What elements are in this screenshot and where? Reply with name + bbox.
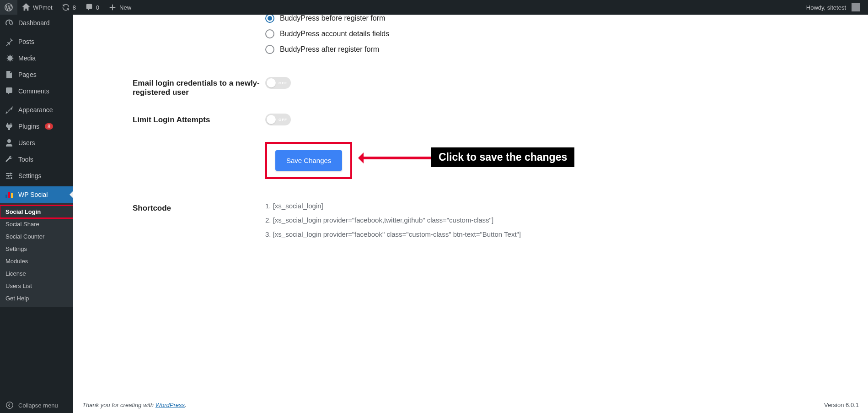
toggle-off-label: OFF <box>279 118 287 122</box>
sidebar-item-appearance[interactable]: Appearance <box>0 102 73 118</box>
footer-thanks-post: . <box>185 402 187 408</box>
shortcode-item: [xs_social_login] <box>265 202 859 210</box>
user-icon <box>5 138 14 147</box>
adminbar-new-label: New <box>119 4 131 11</box>
radio-bp-before[interactable]: BuddyPress before register form <box>265 15 859 23</box>
sidebar-item-plugins[interactable]: Plugins 8 <box>0 118 73 135</box>
wrench-icon <box>5 155 14 164</box>
adminbar-site-name: WPmet <box>33 4 53 11</box>
admin-sidebar: Dashboard Posts Media Pages Comments App… <box>0 15 73 413</box>
annotation-callout: Click to save the changes <box>431 147 574 167</box>
pin-icon <box>5 37 14 46</box>
adminbar-new[interactable]: New <box>104 0 136 15</box>
save-area: Save Changes Click to save the changes <box>265 142 859 179</box>
sidebar-label: Users <box>18 139 35 147</box>
collapse-label: Collapse menu <box>18 402 58 409</box>
sidebar-item-pages[interactable]: Pages <box>0 66 73 83</box>
submenu-modules[interactable]: Modules <box>0 255 73 267</box>
dashboard-icon <box>5 18 14 27</box>
adminbar-howdy: Howdy, sitetest <box>806 4 846 11</box>
sidebar-label: Pages <box>18 71 37 78</box>
submenu-social-login[interactable]: Social Login <box>0 206 73 218</box>
sidebar-label: Comments <box>18 87 49 95</box>
toggle-knob <box>267 115 276 124</box>
adminbar-updates-count: 8 <box>73 4 76 11</box>
adminbar-wp-logo[interactable] <box>0 0 17 15</box>
shortcode-item: [xs_social_login provider="facebook" cla… <box>265 230 859 238</box>
submenu-get-help[interactable]: Get Help <box>0 292 73 304</box>
brush-icon <box>5 105 14 114</box>
svg-point-3 <box>6 402 13 408</box>
sidebar-item-users[interactable]: Users <box>0 135 73 151</box>
svg-rect-2 <box>11 193 13 198</box>
radio-label: BuddyPress account details fields <box>280 30 389 38</box>
sidebar-label: Plugins <box>18 123 39 130</box>
submenu-settings[interactable]: Settings <box>0 243 73 255</box>
footer-thanks: Thank you for creating with WordPress. <box>82 402 187 408</box>
wpsocial-icon <box>5 190 14 199</box>
admin-bar: WPmet 8 0 New Howdy, sitetest <box>0 0 868 15</box>
sidebar-item-wpsocial[interactable]: WP Social <box>0 186 73 203</box>
submenu-social-counter[interactable]: Social Counter <box>0 230 73 243</box>
email-creds-label: Email login credentials to a newly-regis… <box>133 77 265 97</box>
adminbar-comments-count: 0 <box>96 4 99 11</box>
sidebar-item-comments[interactable]: Comments <box>0 83 73 99</box>
radio-label: BuddyPress before register form <box>280 15 385 22</box>
limit-attempts-toggle[interactable]: OFF <box>265 114 291 125</box>
sidebar-item-dashboard[interactable]: Dashboard <box>0 15 73 31</box>
sliders-icon <box>5 171 14 180</box>
save-highlight-box: Save Changes <box>265 142 352 179</box>
sidebar-item-settings[interactable]: Settings <box>0 168 73 184</box>
shortcode-label: Shortcode <box>133 202 265 213</box>
submenu-license[interactable]: License <box>0 267 73 280</box>
sidebar-label: Media <box>18 54 36 62</box>
svg-rect-0 <box>5 195 7 198</box>
adminbar-site-link[interactable]: WPmet <box>17 0 57 15</box>
radio-bp-account-details[interactable]: BuddyPress account details fields <box>265 29 859 38</box>
sidebar-label: Dashboard <box>18 19 50 27</box>
sidebar-item-media[interactable]: Media <box>0 50 73 66</box>
toggle-knob <box>267 78 276 87</box>
sidebar-label: Settings <box>18 172 42 179</box>
update-icon <box>62 3 70 11</box>
adminbar-updates[interactable]: 8 <box>57 0 80 15</box>
email-creds-toggle[interactable]: OFF <box>265 77 291 89</box>
svg-rect-1 <box>8 192 10 198</box>
submenu-users-list[interactable]: Users List <box>0 280 73 292</box>
footer-version: Version 6.0.1 <box>824 402 859 408</box>
submenu-social-share[interactable]: Social Share <box>0 218 73 230</box>
sidebar-item-tools[interactable]: Tools <box>0 151 73 168</box>
sidebar-label: Posts <box>18 38 34 45</box>
sidebar-label: Appearance <box>18 106 53 114</box>
wpsocial-submenu: Social Login Social Share Social Counter… <box>0 203 73 307</box>
adminbar-comments[interactable]: 0 <box>80 0 104 15</box>
plus-icon <box>108 3 117 11</box>
save-changes-button[interactable]: Save Changes <box>275 150 342 171</box>
footer-wordpress-link[interactable]: WordPress <box>155 402 185 408</box>
radio-icon <box>265 45 274 54</box>
radio-icon <box>265 29 274 38</box>
buddypress-position-group: BuddyPress before register form BuddyPre… <box>265 15 859 60</box>
collapse-menu[interactable]: Collapse menu <box>0 397 64 413</box>
toggle-off-label: OFF <box>279 81 287 85</box>
plug-icon <box>5 122 14 131</box>
avatar <box>852 3 860 11</box>
plugins-count-badge: 8 <box>45 123 53 130</box>
annotation-arrow <box>359 157 432 159</box>
radio-label: BuddyPress after register form <box>280 45 379 54</box>
comment-icon <box>5 87 14 96</box>
page-icon <box>5 70 14 79</box>
shortcode-item: [xs_social_login provider="facebook,twit… <box>265 216 859 224</box>
radio-bp-after[interactable]: BuddyPress after register form <box>265 45 859 54</box>
adminbar-account[interactable]: Howdy, sitetest <box>802 0 864 15</box>
radio-icon <box>265 15 274 23</box>
main-content: BuddyPress before register form BuddyPre… <box>73 15 868 413</box>
limit-attempts-label: Limit Login Attempts <box>133 114 265 125</box>
wordpress-icon <box>5 3 13 11</box>
footer-thanks-pre: Thank you for creating with <box>82 402 155 408</box>
sidebar-label: Tools <box>18 156 33 163</box>
sidebar-item-posts[interactable]: Posts <box>0 33 73 50</box>
comment-icon <box>85 3 93 11</box>
admin-footer: Thank you for creating with WordPress. V… <box>82 402 859 408</box>
media-icon <box>5 54 14 63</box>
